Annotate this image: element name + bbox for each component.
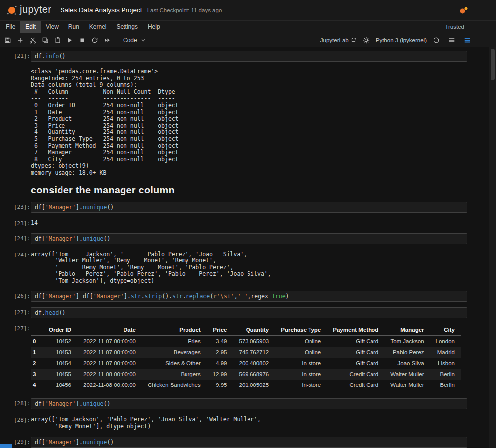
output-text: 14 [31, 218, 467, 227]
restart-icon[interactable] [89, 35, 100, 46]
extension-icon[interactable] [459, 6, 468, 14]
settings-gear-icon[interactable] [361, 35, 372, 46]
code-input[interactable]: df['Manager'].nunique() [31, 437, 467, 448]
menu-help[interactable]: Help [143, 21, 165, 33]
menu-edit[interactable]: Edit [20, 21, 41, 33]
code-input[interactable]: df.head() [31, 307, 467, 318]
table-header-cell: Price [207, 324, 233, 336]
table-cell: Credit Card [327, 369, 384, 380]
menu-settings[interactable]: Settings [112, 21, 143, 33]
trusted-badge: Trusted [445, 24, 495, 30]
table-cell: Walter Muller [384, 380, 430, 390]
output-line: 2 Product 254 non-null object [31, 116, 467, 123]
code-line: df.head() [35, 309, 463, 316]
output-line: ' Remy Monet', 'Remy Monet', 'Pablo Pere… [31, 264, 467, 271]
paste-icon[interactable] [52, 35, 63, 46]
code-token: unique [83, 400, 104, 407]
table-cell: Fries [142, 336, 207, 347]
cell-code: [23]:df['Manager'].nunique() [14, 202, 467, 213]
cell-type-value: Code [123, 37, 137, 44]
output-text: array(['Tom Jackson', ' Pablo Perez', 'J… [31, 250, 467, 285]
code-token: df[ [35, 235, 45, 242]
table-row: 0104522022-11-07 00:00:00Fries3.49573.06… [31, 336, 461, 347]
table-cell: 10453 [43, 347, 77, 358]
table-cell: 200.400802 [233, 358, 275, 369]
dataframe-table: Order IDDateProductPriceQuantityPurchase… [31, 324, 461, 390]
table-cell: 573.065903 [233, 336, 275, 347]
notebook-title[interactable]: Sales Data Analysis Project [61, 6, 142, 14]
table-cell: Berlin [430, 369, 461, 380]
cell-prompt: [24]: [14, 233, 31, 242]
code-input[interactable]: df['Manager']=df['Manager'].str.strip().… [31, 291, 467, 302]
menu-kernel[interactable]: Kernel [84, 21, 112, 33]
table-cell: 3.49 [207, 336, 233, 347]
output-area: 14 [31, 218, 467, 227]
output-text: array(['Tom Jackson', 'Pablo Perez', 'Jo… [31, 415, 467, 430]
output-line: Data columns (total 9 columns): [31, 82, 467, 89]
jupyter-logo[interactable]: jupyter [6, 4, 54, 16]
code-line: df['Manager'].unique() [35, 235, 463, 242]
table-row: 4104562022-11-08 00:00:00Chicken Sandwic… [31, 380, 461, 390]
table-cell: 569.668976 [233, 369, 275, 380]
code-token: () [59, 53, 65, 60]
output-line: RangeIndex: 254 entries, 0 to 253 [31, 75, 467, 82]
hamburger-glyph [448, 37, 455, 44]
code-token: df[ [35, 400, 45, 407]
table-cell: 10454 [43, 358, 77, 369]
output-line: 3 Price 254 non-null object [31, 123, 467, 129]
main-menu-icon[interactable] [446, 35, 457, 46]
code-token: 'Manager' [45, 235, 76, 242]
kernel-name[interactable]: Python 3 (ipykernel) [376, 37, 427, 43]
cell-prompt: [27]: [14, 307, 31, 316]
code-input[interactable]: df['Manager'].nunique() [31, 202, 467, 213]
notebook-tools-icon[interactable] [462, 35, 473, 46]
table-cell: Beverages [142, 347, 207, 358]
table-cell: 2022-11-07 00:00:00 [77, 358, 142, 369]
row-index: 4 [31, 380, 43, 390]
code-token: replace [186, 293, 210, 300]
code-input[interactable]: df.info() [31, 51, 467, 62]
cell-type-dropdown[interactable]: Code [120, 36, 149, 45]
table-row: 3104552022-11-08 00:00:00Burgers12.99569… [31, 369, 461, 380]
menubar: FileEditViewRunKernelSettingsHelp Truste… [0, 21, 496, 33]
scrollbar-thumb[interactable] [491, 49, 495, 80]
table-cell: Online [275, 347, 327, 358]
stop-icon[interactable] [77, 35, 88, 46]
extension-icon-glyph [459, 6, 468, 14]
code-input[interactable]: df['Manager'].unique() [31, 233, 467, 244]
code-token: ]. [76, 204, 83, 211]
table-header-cell: Purchase Type [275, 324, 327, 336]
table-cell: Gift Card [327, 336, 384, 347]
copy-icon[interactable] [40, 35, 51, 46]
code-input[interactable]: df['Manager'].unique() [31, 398, 467, 409]
run-icon[interactable] [64, 35, 75, 46]
fast-forward-icon[interactable] [102, 35, 113, 46]
markdown-cell-content[interactable]: consider the manager column [31, 185, 467, 196]
table-cell: 10455 [43, 369, 77, 380]
jupyterlab-link-label: JupyterLab [320, 37, 349, 43]
cell-code: [29]:df['Manager'].nunique() [14, 437, 467, 448]
menu-file[interactable]: File [1, 21, 20, 33]
table-cell: 2022-11-08 00:00:00 [77, 380, 142, 390]
cut-icon[interactable] [27, 35, 38, 46]
code-token: ]. [76, 439, 83, 446]
row-index: 2 [31, 358, 43, 369]
table-row: 2104542022-11-07 00:00:00Sides & Other4.… [31, 358, 461, 369]
code-token: ]. [76, 400, 83, 407]
code-token: ]. [124, 293, 131, 300]
jupyterlab-link[interactable]: JupyterLab [320, 37, 356, 43]
add-icon[interactable] [15, 35, 26, 46]
save-icon[interactable] [2, 35, 13, 46]
output-line: 'Walter Muller', 'Remy Monet', 'Remy Mon… [31, 257, 467, 264]
output-line: <class 'pandas.core.frame.DataFrame'> [31, 68, 467, 75]
table-cell: 2022-11-07 00:00:00 [77, 347, 142, 358]
scrollbar[interactable] [489, 47, 496, 448]
table-cell: 9.95 [207, 380, 233, 390]
menu-run[interactable]: Run [63, 21, 84, 33]
output-line: 7 Manager 254 non-null object [31, 149, 467, 156]
table-cell: Joao Silva [384, 358, 430, 369]
table-header-cell: Product [142, 324, 207, 336]
output-text: <class 'pandas.core.frame.DataFrame'>Ran… [31, 67, 467, 177]
menu-view[interactable]: View [41, 21, 63, 33]
code-token: ]. [76, 235, 83, 242]
